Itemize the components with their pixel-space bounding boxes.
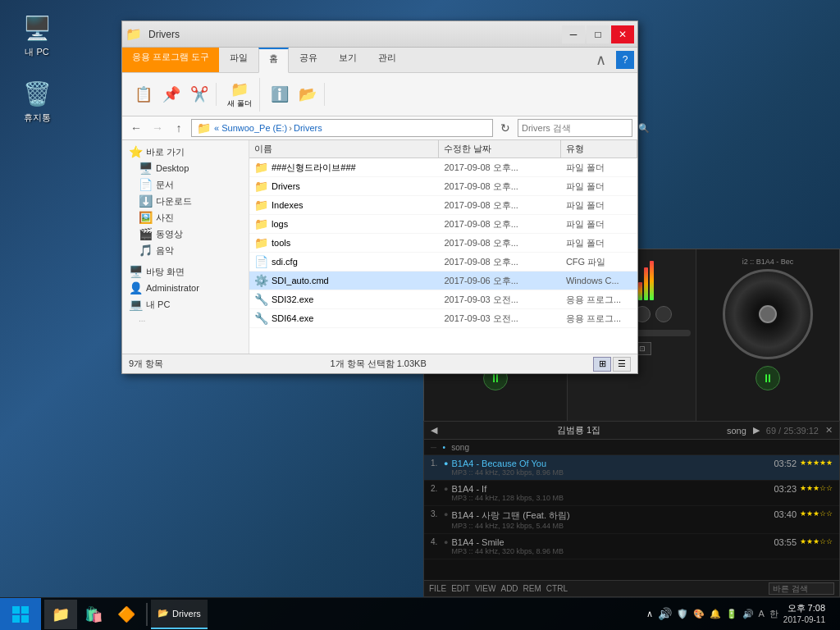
- track-info: B1A4 - 사랑 그땐 (Feat. 하림) MP3 :: 44 kHz, 1…: [451, 509, 769, 530]
- track-row-1[interactable]: 1. ● B1A4 - Because Of You MP3 :: 44 kHz…: [424, 455, 839, 481]
- cmd-icon: ⚙️: [254, 274, 268, 287]
- downloads-icon: ⬇️: [139, 194, 153, 208]
- taskbar-item-media[interactable]: 🔶: [110, 600, 143, 629]
- nav-videos[interactable]: 🎬 동영상: [122, 226, 249, 242]
- svg-rect-3: [21, 615, 29, 623]
- close-button[interactable]: ✕: [611, 25, 634, 43]
- nav-music[interactable]: 🎵 음악: [122, 242, 249, 258]
- maximize-button[interactable]: □: [587, 25, 609, 43]
- file-row-sdi-cfg[interactable]: 📄sdi.cfg 2017-09-08 오후... CFG 파일: [249, 253, 637, 272]
- ribbon-properties-btn[interactable]: ℹ️: [267, 83, 293, 106]
- col-type-header[interactable]: 유형: [561, 140, 637, 158]
- tray-battery-icon[interactable]: 🔋: [726, 609, 737, 619]
- up-button[interactable]: ↑: [170, 119, 188, 137]
- file-row-tools[interactable]: 📁tools 2017-09-08 오후... 파일 폴더: [249, 234, 637, 253]
- file-row-sdi64[interactable]: 🔧SDI64.exe 2017-09-03 오전... 응용 프로그...: [249, 309, 637, 328]
- tray-network-icon[interactable]: 🔊: [658, 607, 672, 620]
- ribbon-new-folder-btn[interactable]: 📁새 폴더: [223, 78, 256, 112]
- view-buttons: ⊞ ☰: [593, 357, 631, 372]
- nav-pictures[interactable]: 🖼️ 사진: [122, 209, 249, 226]
- tray-other-icon[interactable]: 🔔: [710, 609, 721, 619]
- tray-palette-icon[interactable]: 🎨: [693, 609, 705, 619]
- nav-more[interactable]: ...: [122, 313, 249, 325]
- ribbon-collapse-btn[interactable]: ∧: [589, 48, 613, 72]
- help-button[interactable]: ?: [616, 51, 634, 69]
- tab-manage[interactable]: 관리: [368, 48, 407, 72]
- pl-btn-file[interactable]: FILE: [429, 584, 446, 593]
- right-disc[interactable]: [723, 269, 813, 359]
- pl-btn-add[interactable]: ADD: [500, 584, 518, 593]
- svg-rect-0: [12, 606, 20, 614]
- file-row-sinhyung[interactable]: 📁###신형드라이브### 2017-09-08 오후... 파일 폴더: [249, 158, 637, 177]
- right-label: i2 :: B1A4 - Bec: [742, 258, 794, 266]
- list-view-btn[interactable]: ⊞: [593, 357, 611, 372]
- taskbar-item-store[interactable]: 🛍️: [77, 600, 110, 629]
- minimize-button[interactable]: ─: [562, 25, 585, 43]
- taskbar-item-folder[interactable]: 📁: [44, 600, 77, 629]
- file-row-sdi-auto[interactable]: ⚙️SDI_auto.cmd 2017-09-06 오후... Windows …: [249, 272, 637, 290]
- path-segment-drivers[interactable]: Drivers: [294, 123, 322, 133]
- ribbon-group-nav: 📋 📌 ✂️: [127, 83, 217, 106]
- path-segment-drive[interactable]: « Sunwoo_Pe (E:): [214, 123, 287, 133]
- file-row-drivers[interactable]: 📁Drivers 2017-09-08 오후... 파일 폴더: [249, 177, 637, 196]
- nav-admin[interactable]: 👤 Administrator: [122, 280, 249, 296]
- tray-up-arrow[interactable]: ∧: [646, 609, 653, 619]
- taskbar-clock[interactable]: 오후 7:08 2017-09-11: [783, 602, 825, 626]
- search-box[interactable]: 🔍: [518, 119, 632, 137]
- nav-documents[interactable]: 📄 문서: [122, 176, 249, 193]
- track-row-3[interactable]: 3. ● B1A4 - 사랑 그땐 (Feat. 하림) MP3 :: 44 k…: [424, 506, 839, 534]
- desktop-icon-recycle[interactable]: 🗑️ 휴지통: [8, 74, 66, 127]
- track-row-4[interactable]: 4. ● B1A4 - Smile MP3 :: 44 kHz, 320 kbp…: [424, 534, 839, 559]
- address-path[interactable]: 📁 « Sunwoo_Pe (E:) › Drivers: [191, 119, 493, 137]
- track-name: B1A4 - Smile: [451, 537, 769, 547]
- playlist-next-btn[interactable]: ▶: [753, 425, 760, 436]
- nav-desktop-bg[interactable]: 🖥️ 바탕 화면: [122, 263, 249, 280]
- taskbar-item-explorer[interactable]: 📂 Drivers: [151, 600, 208, 629]
- playlist-title: 김범룡 1집: [437, 424, 720, 436]
- knob-4[interactable]: [655, 306, 672, 322]
- nav-my-pc[interactable]: 💻 내 PC: [122, 296, 249, 313]
- file-row-logs[interactable]: 📁logs 2017-09-08 오후... 파일 폴더: [249, 215, 637, 234]
- tab-app[interactable]: 응용 프로그램 도구: [122, 48, 219, 72]
- ribbon-open-btn[interactable]: 📂: [294, 83, 321, 106]
- track-meta: MP3 :: 44 kHz, 128 kbps, 3.10 MB: [451, 494, 769, 502]
- playlist-close-btn[interactable]: ✕: [825, 425, 833, 436]
- videos-icon: 🎬: [139, 227, 153, 240]
- forward-button[interactable]: →: [148, 119, 167, 137]
- pl-btn-rem[interactable]: REM: [523, 584, 541, 593]
- tray-virus-icon[interactable]: 🛡️: [677, 609, 688, 619]
- file-row-sdi32[interactable]: 🔧SDI32.exe 2017-09-03 오전... 응용 프로그...: [249, 290, 637, 309]
- search-input[interactable]: [522, 123, 635, 133]
- pl-btn-edit[interactable]: EDIT: [451, 584, 470, 593]
- right-controls: ⏸: [756, 366, 780, 390]
- file-row-indexes[interactable]: 📁Indexes 2017-09-08 오후... 파일 폴더: [249, 196, 637, 215]
- tab-view[interactable]: 보기: [328, 48, 368, 72]
- detail-view-btn[interactable]: ☰: [613, 357, 631, 372]
- desktop-icon-my-pc[interactable]: 🖥️ 내 PC: [8, 8, 66, 62]
- right-play-btn[interactable]: ⏸: [756, 366, 780, 390]
- col-name-header[interactable]: 이름: [249, 140, 439, 158]
- ribbon-cut-btn[interactable]: ✂️: [186, 83, 212, 106]
- track-row-2[interactable]: 2. ● B1A4 - If MP3 :: 44 kHz, 128 kbps, …: [424, 481, 839, 506]
- back-button[interactable]: ←: [127, 119, 145, 137]
- folder-icon: 📁: [254, 236, 268, 249]
- pl-search-input[interactable]: [769, 582, 834, 595]
- nav-desktop[interactable]: 🖥️ Desktop: [122, 160, 249, 176]
- music-icon: 🎵: [139, 244, 153, 257]
- tab-file[interactable]: 파일: [219, 48, 258, 72]
- tab-share[interactable]: 공유: [289, 48, 328, 72]
- pl-btn-view[interactable]: VIEW: [475, 584, 496, 593]
- refresh-button[interactable]: ↻: [496, 119, 514, 137]
- taskbar-separator: [146, 603, 148, 626]
- ribbon-copy-btn[interactable]: 📋: [130, 83, 157, 106]
- tray-volume-icon[interactable]: 🔊: [742, 609, 754, 619]
- start-button[interactable]: [0, 598, 41, 631]
- tab-home[interactable]: 홈: [258, 48, 289, 73]
- nav-quick-access[interactable]: ⭐ 바로 가기: [122, 144, 249, 160]
- col-date-header[interactable]: 수정한 날짜: [439, 140, 560, 158]
- track-name: B1A4 - Because Of You: [451, 459, 769, 468]
- playlist-prev-btn[interactable]: ◀: [431, 425, 437, 436]
- nav-downloads[interactable]: ⬇️ 다운로드: [122, 193, 249, 209]
- pl-btn-ctrl[interactable]: CTRL: [546, 584, 568, 593]
- ribbon-paste-btn[interactable]: 📌: [158, 83, 185, 106]
